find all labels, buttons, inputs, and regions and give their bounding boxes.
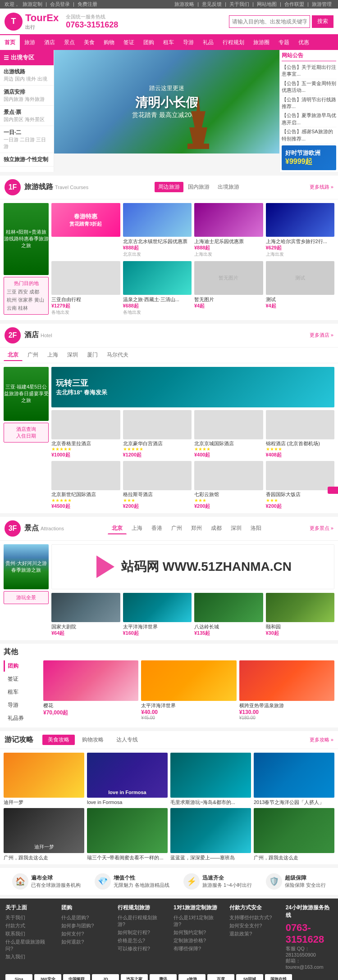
search-button[interactable]: 搜索: [312, 15, 333, 28]
category-item-daytrip[interactable]: 一日·二 一日游 二日游 三日游: [0, 126, 54, 153]
footer-link-custom-3[interactable]: 有哪些保障?: [174, 945, 220, 952]
notes-card-5[interactable]: 瑞三个天~带着闺蜜去看不一样的...: [87, 808, 168, 861]
floor1-card-0[interactable]: 北京古北水镇世纪乐园优惠票 ¥888起 北京出发: [123, 203, 192, 258]
partner-guolvip[interactable]: 国旅在线: [265, 974, 292, 980]
city-tab-shenzhen[interactable]: 深圳: [63, 349, 82, 361]
notes-tab-shopping[interactable]: 购物攻略: [77, 735, 109, 745]
floor3-card-3[interactable]: 颐和园 ¥30起: [266, 593, 335, 637]
floor1-card-1[interactable]: 上海迪士尼乐园优惠票 ¥888起 上海出发: [194, 203, 263, 258]
dest-zhangjiajie[interactable]: 张家界: [18, 297, 33, 303]
floor1-tab-overseas[interactable]: 出境旅游: [214, 182, 243, 192]
topbar-register[interactable]: 会员登录: [50, 1, 70, 7]
floor1-card-2[interactable]: 上海之哈尔滨雪乡旅行2行... ¥629起 上海出发: [266, 203, 335, 258]
footer-link-pay-2[interactable]: 退款政策?: [229, 930, 276, 937]
category-item-route[interactable]: 出游线路 周边 国内 境外 出境: [0, 65, 54, 86]
footer-link-about[interactable]: 关于我们: [5, 914, 52, 921]
floating-service-button[interactable]: 在线客服: [328, 487, 338, 494]
nav-item-promo[interactable]: 优惠: [294, 35, 314, 50]
news-item-2[interactable]: 【公告】五一黄金周特别优惠活动...: [282, 79, 336, 95]
floor3-city-zhengzhou[interactable]: 郑州: [187, 523, 206, 534]
others-cat-guide[interactable]: 导游: [4, 700, 40, 711]
dest-hangzhou[interactable]: 杭州: [7, 297, 17, 303]
partner-tencent[interactable]: 腾讯: [150, 974, 177, 980]
topbar-partner[interactable]: 合作联盟: [284, 1, 304, 7]
footer-link-groupbuy-0[interactable]: 什么是团购?: [61, 914, 108, 921]
news-item-1[interactable]: 【公告】关于近期出行注意事宜...: [282, 63, 336, 79]
floor3-city-hongkong[interactable]: 香港: [147, 523, 166, 534]
footer-link-contact[interactable]: 联系我们: [5, 930, 52, 937]
floor2-hotel-3[interactable]: 锦程酒店 (北京首都机场) ★★★★ ¥408起: [266, 410, 335, 458]
nav-item-plan[interactable]: 行程规划: [218, 35, 249, 50]
notes-card-4[interactable]: 迪拜一梦 广州，跟我去这么走: [4, 808, 84, 861]
others-cat-visa[interactable]: 签证: [4, 673, 40, 685]
floor3-city-luoyang[interactable]: 洛阳: [247, 523, 265, 534]
notes-tab-food[interactable]: 美食攻略: [42, 735, 75, 745]
partner-car[interactable]: 汽车之家: [121, 974, 148, 980]
floor1-tab-domestic[interactable]: 国内旅游: [184, 182, 213, 192]
floor2-hotel-7[interactable]: 香园国际大饭店 ★★★ ¥200起: [266, 461, 335, 509]
partner-360[interactable]: 360安全: [34, 974, 61, 980]
nav-item-circle[interactable]: 旅游圈: [249, 35, 274, 50]
footer-link-star[interactable]: 什么是星级旅游顾问?: [5, 939, 52, 952]
partner-jd[interactable]: JD: [92, 974, 119, 980]
footer-link-custom-2[interactable]: 定制旅游价格?: [174, 937, 220, 944]
topbar-about[interactable]: 关于我们: [229, 1, 249, 7]
notes-more[interactable]: 更多攻略 »: [310, 736, 333, 743]
partner-sina[interactable]: Sina: [5, 974, 32, 980]
floor2-hotel-5[interactable]: 格拉斯哥酒店 ★★★ ¥200起: [123, 461, 192, 509]
category-item-attraction[interactable]: 景点·票 国内景区 海外景区: [0, 106, 54, 126]
others-cat-car[interactable]: 租车: [4, 686, 40, 698]
floor3-card-0[interactable]: 国家大剧院 ¥64起: [51, 593, 120, 637]
footer-link-join[interactable]: 加入我们: [5, 953, 52, 960]
footer-link-plan-0[interactable]: 什么是行程规划旅游?: [118, 914, 164, 928]
footer-link-pay-0[interactable]: 支持哪些付款方式?: [229, 914, 276, 921]
notes-card-1[interactable]: love in Formosa love in Formosa: [87, 753, 168, 805]
nav-item-home[interactable]: 首页: [0, 35, 20, 50]
topbar-sitemap[interactable]: 网站地图: [257, 1, 277, 7]
floor2-hotel-1[interactable]: 北京豪华白宫酒店 ★★★★★ ¥1200起: [123, 410, 192, 458]
floor3-city-beijing[interactable]: 北京: [108, 523, 127, 534]
footer-link-custom-1[interactable]: 如何预约定制?: [174, 929, 220, 936]
news-item-4[interactable]: 【公告】夏季旅游早鸟优惠开启...: [282, 111, 336, 127]
nav-item-travel[interactable]: 旅游: [20, 35, 40, 50]
floor3-city-shanghai[interactable]: 上海: [128, 523, 146, 534]
nav-item-attraction[interactable]: 景点: [59, 35, 79, 50]
city-tab-maldives[interactable]: 马尔代夫: [103, 349, 132, 361]
others-card-0[interactable]: 樱花 ¥70,000起: [43, 660, 138, 724]
footer-link-plan-1[interactable]: 如何制定行程?: [118, 929, 164, 936]
footer-link-pay-1[interactable]: 如何安全支付?: [229, 922, 276, 929]
floor1-card-6[interactable]: 测试 测试 ¥4起: [266, 261, 335, 316]
footer-link-groupbuy-1[interactable]: 如何参与团购?: [61, 922, 108, 929]
main-banner[interactable]: 踏云这里更迷 清明小长假 赏花踏青 最高立减200元: [54, 50, 279, 154]
floor2-main-banner[interactable]: 玩转三亚 去北纬18° 春海发呆: [51, 367, 334, 407]
floor2-hotel-0[interactable]: 北京香格里拉酒店 ★★★★★ ¥1000起: [51, 410, 120, 458]
floor2-sidebar-banner[interactable]: 酒店查询 入住日期: [4, 423, 49, 443]
floor2-hotel-2[interactable]: 北京京城国际酒店 ★★★★ ¥400起: [194, 410, 263, 458]
notes-card-6[interactable]: 蓝蓝蓝，深深爱上——塞班岛: [170, 808, 251, 861]
nav-item-car[interactable]: 租车: [159, 35, 178, 50]
others-cat-group[interactable]: 团购: [4, 660, 40, 672]
notes-card-7[interactable]: 广州，跟我去这么走: [254, 808, 334, 861]
footer-link-plan-2[interactable]: 价格是怎么?: [118, 937, 164, 944]
europe-promo-box[interactable]: 好时节游欧洲 ¥9999起: [282, 145, 336, 170]
floor1-sidebar-banner[interactable]: 热门目的地 三亚 西安 成都 杭州 张家界 黄山 云南 桂林: [4, 277, 49, 315]
floor1-card-3[interactable]: 三亚自由行程 ¥1279起 各地出发: [51, 261, 120, 316]
floor3-more[interactable]: 更多景点 »: [310, 525, 333, 532]
topbar-admin[interactable]: 旅游管理: [312, 1, 332, 7]
dest-xian[interactable]: 西安: [18, 289, 28, 295]
floor3-city-chengdu[interactable]: 成都: [207, 523, 226, 534]
nav-item-gift[interactable]: 礼品: [198, 35, 218, 50]
nav-item-group[interactable]: 团购: [139, 35, 159, 50]
category-item-hotel[interactable]: 酒店安排 国内旅游 海外旅游: [0, 86, 54, 106]
dest-yunnan[interactable]: 云南: [7, 305, 17, 312]
dest-sanya[interactable]: 三亚: [7, 289, 17, 295]
floor1-card-4[interactable]: 温泉之旅·西藏土·三清山... ¥688起 各地出发: [123, 261, 192, 316]
nav-item-topic[interactable]: 专题: [274, 35, 294, 50]
floor3-card-2[interactable]: 八达岭长城 ¥135起: [194, 593, 263, 637]
category-item-custom[interactable]: 独立旅游·个性定制: [0, 153, 54, 167]
floor3-city-shenzhen[interactable]: 深圳: [227, 523, 246, 534]
city-tab-shanghai[interactable]: 上海: [43, 349, 62, 361]
topbar-free-reg[interactable]: 免费注册: [78, 1, 97, 7]
search-input[interactable]: [229, 15, 310, 28]
floor1-card-5[interactable]: 暂无图片 暂无图片 ¥4起: [194, 261, 263, 316]
